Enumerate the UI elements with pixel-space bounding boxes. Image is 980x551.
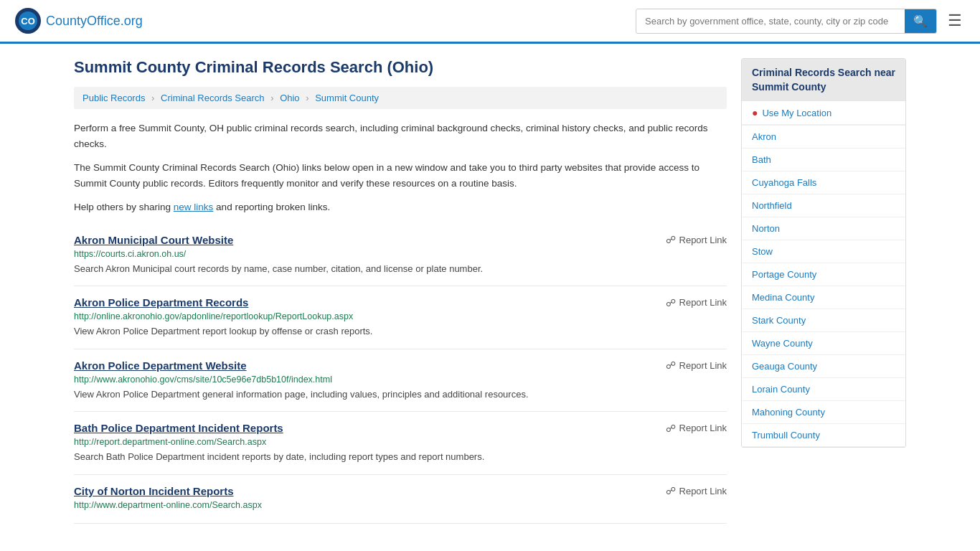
breadcrumb-ohio[interactable]: Ohio: [280, 93, 299, 103]
report-link-2[interactable]: ☍ Report Link: [666, 359, 727, 371]
description-2: The Summit County Criminal Records Searc…: [74, 160, 727, 191]
logo-icon: CO: [14, 7, 42, 34]
breadcrumb-criminal-records-search[interactable]: Criminal Records Search: [161, 93, 265, 103]
report-link-3[interactable]: ☍ Report Link: [666, 423, 727, 434]
search-bar: 🔍: [636, 9, 937, 34]
svg-text:CO: CO: [21, 16, 35, 27]
result-title[interactable]: Akron Police Department Website: [74, 359, 247, 372]
hamburger-menu-icon[interactable]: ☰: [944, 8, 966, 34]
location-dot-icon: ●: [752, 107, 758, 118]
report-link-0[interactable]: ☍ Report Link: [666, 234, 727, 245]
sidebar-item-stark-county[interactable]: Stark County: [742, 309, 905, 332]
logo[interactable]: CO CountyOffice.org: [14, 7, 143, 34]
result-item: Akron Municipal Court Website ☍ Report L…: [74, 224, 727, 287]
report-icon: ☍: [666, 423, 676, 434]
result-title[interactable]: City of Norton Incident Reports: [74, 485, 234, 497]
report-icon: ☍: [666, 359, 676, 371]
page-title: Summit County Criminal Records Search (O…: [74, 58, 727, 77]
new-links-link[interactable]: new links: [174, 202, 214, 212]
result-item: City of Norton Incident Reports ☍ Report…: [74, 475, 727, 524]
breadcrumb: Public Records › Criminal Records Search…: [74, 87, 727, 109]
result-item: Bath Police Department Incident Reports …: [74, 412, 727, 475]
sidebar-item-norton[interactable]: Norton: [742, 217, 905, 240]
result-url[interactable]: http://online.akronohio.gov/apdonline/re…: [74, 311, 727, 321]
breadcrumb-public-records[interactable]: Public Records: [83, 93, 145, 103]
sidebar-item-portage-county[interactable]: Portage County: [742, 263, 905, 286]
sidebar-item-bath[interactable]: Bath: [742, 149, 905, 171]
sidebar-item-stow[interactable]: Stow: [742, 240, 905, 263]
result-desc: View Akron Police Department general inf…: [74, 387, 727, 402]
result-url[interactable]: https://courts.ci.akron.oh.us/: [74, 249, 727, 259]
result-desc: Search Akron Municipal court records by …: [74, 262, 727, 276]
results-list: Akron Municipal Court Website ☍ Report L…: [74, 224, 727, 524]
sidebar-item-northfield[interactable]: Northfield: [742, 194, 905, 217]
report-icon: ☍: [666, 297, 676, 309]
sidebar-item-geauga-county[interactable]: Geauga County: [742, 355, 905, 378]
sidebar-title: Criminal Records Search near Summit Coun…: [742, 59, 905, 101]
description-3: Help others by sharing new links and rep…: [74, 199, 727, 215]
description-1: Perform a free Summit County, OH public …: [74, 121, 727, 151]
result-url[interactable]: http://www.department-online.com/Search.…: [74, 500, 727, 510]
result-url[interactable]: http://report.department-online.com/Sear…: [74, 437, 727, 447]
report-link-4[interactable]: ☍ Report Link: [666, 485, 727, 496]
result-item: Akron Police Department Records ☍ Report…: [74, 286, 727, 349]
result-title[interactable]: Akron Municipal Court Website: [74, 234, 233, 246]
report-icon: ☍: [666, 234, 676, 245]
sidebar-item-lorain-county[interactable]: Lorain County: [742, 378, 905, 401]
sidebar-item-medina-county[interactable]: Medina County: [742, 286, 905, 309]
result-title[interactable]: Akron Police Department Records: [74, 296, 248, 309]
logo-text: CountyOffice.org: [46, 14, 143, 29]
sidebar-item-wayne-county[interactable]: Wayne County: [742, 332, 905, 355]
sidebar-list: ● Use My Location Akron Bath Cuyahoga Fa…: [742, 101, 905, 447]
sidebar: Criminal Records Search near Summit Coun…: [741, 58, 906, 524]
sidebar-use-location[interactable]: ● Use My Location: [742, 101, 905, 126]
search-input[interactable]: [636, 11, 905, 32]
sidebar-item-cuyahoga-falls[interactable]: Cuyahoga Falls: [742, 171, 905, 194]
report-link-1[interactable]: ☍ Report Link: [666, 297, 727, 309]
result-url[interactable]: http://www.akronohio.gov/cms/site/10c5e9…: [74, 375, 727, 385]
sidebar-item-trumbull-county[interactable]: Trumbull County: [742, 424, 905, 447]
report-icon: ☍: [666, 485, 676, 496]
result-desc: View Akron Police Department report look…: [74, 324, 727, 339]
result-desc: Search Bath Police Department incident r…: [74, 450, 727, 464]
result-item: Akron Police Department Website ☍ Report…: [74, 349, 727, 413]
use-location-label: Use My Location: [762, 108, 831, 118]
main-content: Summit County Criminal Records Search (O…: [74, 58, 727, 524]
sidebar-item-akron[interactable]: Akron: [742, 126, 905, 149]
sidebar-item-mahoning-county[interactable]: Mahoning County: [742, 401, 905, 424]
search-button[interactable]: 🔍: [905, 9, 936, 33]
result-title[interactable]: Bath Police Department Incident Reports: [74, 422, 283, 434]
breadcrumb-summit-county[interactable]: Summit County: [315, 93, 379, 103]
